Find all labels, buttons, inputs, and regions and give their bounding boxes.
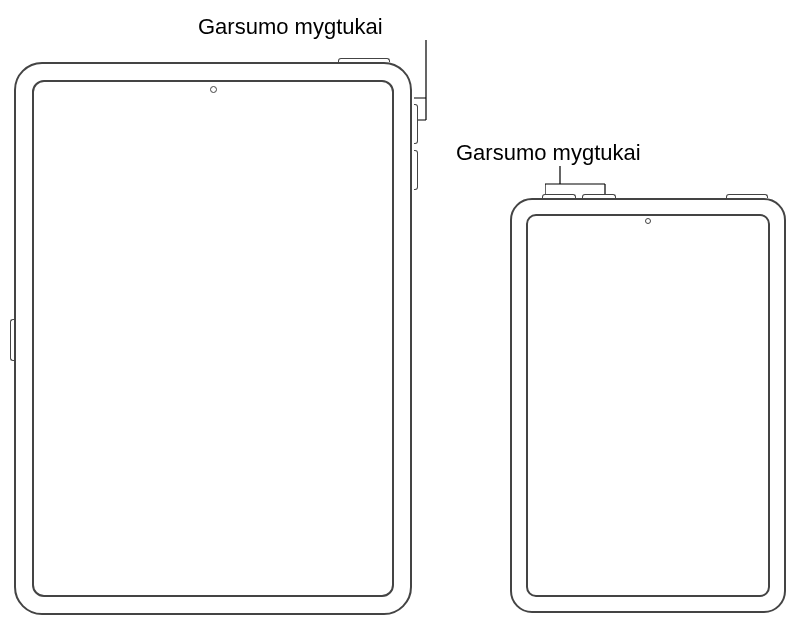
ipad-mini-body — [510, 198, 786, 613]
ipad-pro-screen — [32, 80, 394, 597]
front-camera-icon — [210, 86, 217, 93]
ipad-pro-body — [14, 62, 412, 615]
label-volume-buttons-ipad-mini: Garsumo mygtukai — [456, 140, 641, 166]
front-camera-icon — [645, 218, 651, 224]
label-volume-buttons-ipad-pro: Garsumo mygtukai — [198, 14, 383, 40]
volume-up-button-icon — [414, 104, 418, 144]
ipad-pro-illustration — [14, 62, 414, 617]
volume-down-button-icon — [414, 150, 418, 190]
ipad-mini-screen — [526, 214, 770, 597]
ipad-mini-illustration — [510, 198, 788, 615]
